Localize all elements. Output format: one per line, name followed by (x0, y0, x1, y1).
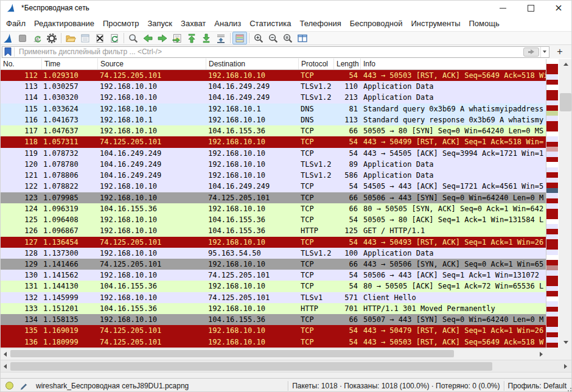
vertical-scroll-thumb[interactable] (560, 93, 571, 111)
filter-dropdown-caret[interactable] (540, 47, 548, 57)
display-filter-input[interactable] (18, 47, 523, 57)
menu-statistics[interactable]: Статистика (245, 16, 295, 30)
scroll-right-arrow-2[interactable] (561, 360, 570, 372)
scroll-right-arrow[interactable] (537, 349, 546, 359)
packet-row[interactable]: 1291.14146674.125.205.101192.168.10.10TC… (1, 259, 546, 270)
menu-telephony[interactable]: Телефония (295, 16, 345, 30)
resize-grip[interactable] (567, 387, 571, 391)
packet-row[interactable]: 1151.033624192.168.10.10192.168.10.1DNS8… (1, 103, 546, 114)
minimap-stripe (546, 245, 558, 250)
packet-row[interactable]: 1231.079985192.168.10.1074.125.205.101TC… (1, 192, 546, 203)
packet-row[interactable]: 1301.141562192.168.10.1074.125.205.101TC… (1, 270, 546, 281)
minimize-button[interactable] (489, 1, 517, 15)
packet-row[interactable]: 1311.144130104.16.155.36192.168.10.10TCP… (1, 281, 546, 292)
packet-row[interactable]: 1251.096408192.168.10.10104.16.155.36TCP… (1, 214, 546, 225)
add-filter-button[interactable]: + (553, 46, 567, 58)
menu-help[interactable]: Помощь (465, 16, 504, 30)
column-header-info[interactable]: Info (361, 58, 546, 69)
cell-no: 132 (1, 292, 42, 303)
packet-row[interactable]: 1241.096319104.16.155.36192.168.10.10TCP… (1, 203, 546, 214)
column-header-no[interactable]: No. (1, 58, 42, 69)
packet-row[interactable]: 1361.18099974.125.205.101192.168.10.10TC… (1, 337, 546, 348)
capture-comment-icon[interactable] (19, 381, 29, 390)
packet-row[interactable]: 1121.02931074.125.205.101192.168.10.10TC… (1, 70, 546, 81)
auto-scroll-icon[interactable] (214, 32, 228, 44)
profile-text[interactable]: Профиль: Default (508, 382, 567, 390)
column-header-protocol[interactable]: Protocol (299, 58, 334, 69)
scroll-down-arrow[interactable] (559, 337, 572, 348)
colorize-packets-icon[interactable] (232, 32, 247, 44)
packet-row[interactable]: 1271.13645474.125.205.101192.168.10.10TC… (1, 237, 546, 248)
go-back-icon[interactable] (141, 32, 155, 44)
zoom-original-icon[interactable] (281, 32, 295, 44)
capture-file-name[interactable]: wireshark_Беспроводная сетьJ89DU1.pcapng (36, 382, 284, 390)
cell-dst: 192.168.10.10 (206, 114, 299, 125)
go-to-top-icon[interactable] (184, 32, 199, 44)
packet-row[interactable]: 1171.047637192.168.10.10104.16.155.36TCP… (1, 125, 546, 136)
menu-edit[interactable]: Редактирование (30, 16, 99, 30)
stop-capture-icon[interactable] (15, 32, 30, 44)
secondary-hscrollbar[interactable] (1, 360, 572, 373)
menu-wireless[interactable]: Беспроводной (346, 16, 407, 30)
reload-file-icon[interactable] (107, 32, 122, 44)
resize-columns-icon[interactable] (295, 32, 310, 44)
packet-row[interactable]: 1131.030257192.168.10.10104.16.249.249TL… (1, 81, 546, 92)
packet-row[interactable]: 1331.151201104.16.155.36192.168.10.10HTT… (1, 303, 546, 314)
minimap-stripe (546, 312, 558, 317)
zoom-in-icon[interactable] (251, 32, 266, 44)
packet-row[interactable]: 1281.137300192.168.10.1095.163.54.50TLSv… (1, 248, 546, 259)
packet-row[interactable]: 1161.041673192.168.10.1192.168.10.10DNS1… (1, 114, 546, 125)
hscroll-thumb-1[interactable] (10, 350, 454, 357)
filter-bookmark-icon[interactable] (4, 47, 12, 56)
packet-list-hscrollbar[interactable] (1, 348, 546, 359)
cell-len: 213 (334, 92, 361, 103)
column-header-source[interactable]: Source (98, 58, 206, 69)
packet-row[interactable]: 1211.078806104.16.249.249192.168.10.10TL… (1, 170, 546, 181)
scroll-left-arrow[interactable] (1, 349, 10, 359)
menu-capture[interactable]: Захват (176, 16, 210, 30)
hscroll-thumb-2[interactable] (10, 362, 492, 371)
packet-row[interactable]: 1201.078780104.16.249.249192.168.10.10TL… (1, 159, 546, 170)
go-forward-icon[interactable] (155, 32, 170, 44)
go-to-bottom-icon[interactable] (199, 32, 214, 44)
packet-row[interactable]: 1221.078822192.168.10.10104.16.249.249TC… (1, 181, 546, 192)
start-capture-icon[interactable] (1, 32, 15, 44)
go-to-packet-icon[interactable] (170, 32, 184, 44)
packet-row[interactable]: 1321.145999192.168.10.1074.125.205.101TL… (1, 292, 546, 303)
menu-analyze[interactable]: Анализ (210, 16, 245, 30)
menu-go[interactable]: Запуск (143, 16, 176, 30)
column-header-length[interactable]: Length (334, 58, 361, 69)
maximize-button[interactable] (517, 1, 545, 15)
menu-file[interactable]: Файл (2, 16, 30, 30)
packet-row[interactable]: 1341.158135192.168.10.10104.16.155.36TCP… (1, 314, 546, 325)
menu-tools[interactable]: Инструменты (406, 16, 464, 30)
column-header-destination[interactable]: Destination (206, 58, 299, 69)
capture-options-icon[interactable] (44, 32, 59, 44)
column-header-time[interactable]: Time (42, 58, 98, 69)
cell-no: 125 (1, 214, 42, 225)
cell-dst: 104.16.155.36 (206, 125, 299, 136)
packet-row[interactable]: 1191.078732104.16.249.249192.168.10.10TC… (1, 148, 546, 159)
close-file-icon[interactable] (92, 32, 107, 44)
expert-info-indicator-icon[interactable] (5, 382, 13, 390)
packet-row[interactable]: 1261.096867192.168.10.10104.16.155.36HTT… (1, 225, 546, 236)
find-packet-icon[interactable] (126, 32, 141, 44)
vertical-scrollbar[interactable] (559, 59, 572, 348)
zoom-out-icon[interactable] (266, 32, 281, 44)
open-file-icon[interactable] (63, 32, 78, 44)
cell-no: 127 (1, 237, 42, 248)
packet-minimap[interactable] (546, 59, 558, 348)
close-button[interactable]: × (545, 1, 572, 15)
apply-filter-button[interactable] (523, 47, 539, 57)
scroll-up-arrow[interactable] (559, 59, 572, 69)
save-file-icon[interactable] (78, 32, 92, 44)
cell-no: 129 (1, 259, 42, 270)
packet-row[interactable]: 1181.05731174.125.205.101192.168.10.10TC… (1, 136, 546, 147)
packet-row[interactable]: 1351.16901974.125.205.101192.168.10.10TC… (1, 325, 546, 336)
scroll-left-arrow-2[interactable] (1, 360, 10, 372)
restart-capture-icon[interactable] (30, 32, 44, 44)
packet-row[interactable]: 1141.030320192.168.10.10104.16.249.249TL… (1, 92, 546, 103)
cell-len: 125 (334, 225, 361, 236)
menu-view[interactable]: Просмотр (99, 16, 143, 30)
display-filter-field[interactable] (2, 46, 549, 58)
